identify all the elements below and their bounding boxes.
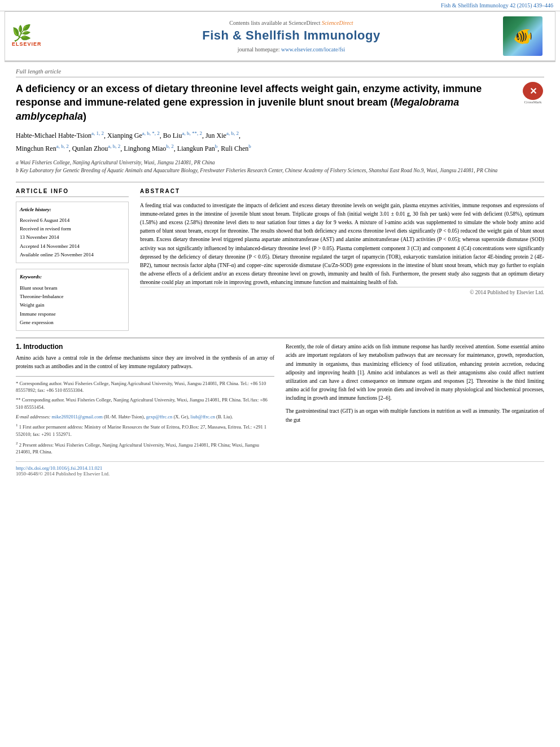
journal-reference: Fish & Shellfish Immunology 42 (2015) 43… (0, 0, 560, 11)
journal-header-center: Contents lists available at ScienceDirec… (80, 20, 503, 53)
intro-heading: 1. Introduction (16, 343, 274, 351)
article-info-column: ARTICLE INFO Article history: Received 6… (16, 188, 129, 331)
body-right-column: Recently, the role of dietary amino acid… (286, 343, 544, 456)
accepted-date: Accepted 14 November 2014 (20, 242, 125, 251)
homepage-link[interactable]: www.elsevier.com/locate/fsi (281, 46, 345, 53)
affiliations: a Wuxi Fisheries College, Nanjing Agricu… (16, 159, 544, 175)
article-title: A deficiency or an excess of dietary thr… (16, 82, 516, 123)
keywords-section: Keywords: Blunt snout bream Threonine-Im… (16, 269, 129, 331)
abstract-column: ABSTRACT A feeding trial was conducted t… (140, 188, 544, 331)
article-info-heading: ARTICLE INFO (16, 188, 129, 197)
email-link-1[interactable]: mike2692011@gmail.com (51, 414, 102, 420)
email-link-2[interactable]: gexp@ffrc.cn (146, 414, 173, 420)
journal-thumbnail (503, 16, 548, 56)
section-divider (16, 338, 544, 338)
keyword-4: Immune response (20, 310, 125, 318)
intro-paragraph-right-1: Recently, the role of dietary amino acid… (286, 343, 544, 403)
online-date: Available online 25 November 2014 (20, 251, 125, 259)
journal-title: Fish & Shellfish Immunology (80, 28, 503, 43)
elsevier-brand: ELSEVIER (12, 41, 42, 47)
affiliation-a: a Wuxi Fisheries College, Nanjing Agricu… (16, 159, 544, 167)
footnote-email: E-mail addresses: mike2692011@gmail.com … (16, 413, 274, 421)
main-content: Full length article A deficiency or an e… (5, 61, 555, 486)
info-abstract-section: ARTICLE INFO Article history: Received 6… (16, 182, 544, 331)
elsevier-logo: 🌿 ELSEVIER (12, 25, 80, 47)
doi-link[interactable]: http://dx.doi.org/10.1016/j.fsi.2014.11.… (16, 465, 102, 471)
intro-paragraph-1: Amino acids have a central role in the d… (16, 354, 274, 371)
sciencedirect-info: Contents lists available at ScienceDirec… (80, 20, 503, 26)
journal-header: 🌿 ELSEVIER Contents lists available at S… (5, 11, 555, 61)
authors-line: Habte-Michael Habte-Tsiona, 1, 2, Xianpi… (16, 129, 544, 155)
footnote-corresponding-star: * Corresponding author. Wuxi Fisheries C… (16, 380, 274, 395)
article-title-area: A deficiency or an excess of dietary thr… (16, 82, 544, 123)
keyword-2: Threonine-Imbalance (20, 292, 125, 301)
history-title: Article history: (20, 206, 125, 214)
abstract-heading: ABSTRACT (140, 188, 544, 197)
author-1: Habte-Michael Habte-Tsion (16, 132, 91, 139)
homepage-info: journal homepage: www.elsevier.com/locat… (80, 46, 503, 53)
footnote-1: 1 1 First author permanent address: Mini… (16, 422, 274, 438)
article-history: Article history: Received 6 August 2014 … (16, 202, 129, 264)
intro-paragraph-right-2: The gastrointestinal tract (GIT) is an o… (286, 407, 544, 424)
crossmark-label: CrossMark (524, 100, 541, 104)
footnote-corresponding-dstar: ** Corresponding author. Wuxi Fisheries … (16, 396, 274, 411)
keywords-title: Keywords: (20, 273, 125, 281)
footnote-2: 2 2 Present address: Wuxi Fisheries Coll… (16, 440, 274, 456)
journal-cover-image (503, 16, 542, 56)
body-section: 1. Introduction Amino acids have a centr… (16, 343, 544, 456)
keyword-1: Blunt snout bream (20, 284, 125, 292)
email-link-3[interactable]: liub@ffrc.cn (191, 414, 215, 420)
crossmark-badge[interactable]: ✕ CrossMark (522, 82, 544, 104)
footnote-area: * Corresponding author. Wuxi Fisheries C… (16, 376, 274, 456)
article-type: Full length article (16, 68, 544, 77)
revised-date: 13 November 2014 (20, 233, 125, 242)
revised-label: Received in revised form (20, 225, 125, 233)
body-left-column: 1. Introduction Amino acids have a centr… (16, 343, 274, 456)
author-1-super: a, 1, 2 (91, 130, 104, 136)
copyright-line: © 2014 Published by Elsevier Ltd. (140, 287, 544, 298)
abstract-text: A feeding trial was conducted to investi… (140, 202, 544, 287)
bottom-bar: http://dx.doi.org/10.1016/j.fsi.2014.11.… (16, 461, 544, 480)
elsevier-tree-icon: 🌿 (12, 25, 32, 41)
affiliation-b: b Key Laboratory for Genetic Breeding of… (16, 167, 544, 174)
received-date: Received 6 August 2014 (20, 216, 125, 225)
sciencedirect-link[interactable]: ScienceDirect (322, 20, 353, 26)
keyword-5: Gene expression (20, 318, 125, 327)
crossmark-icon: ✕ (523, 82, 543, 100)
keyword-3: Weight gain (20, 301, 125, 309)
